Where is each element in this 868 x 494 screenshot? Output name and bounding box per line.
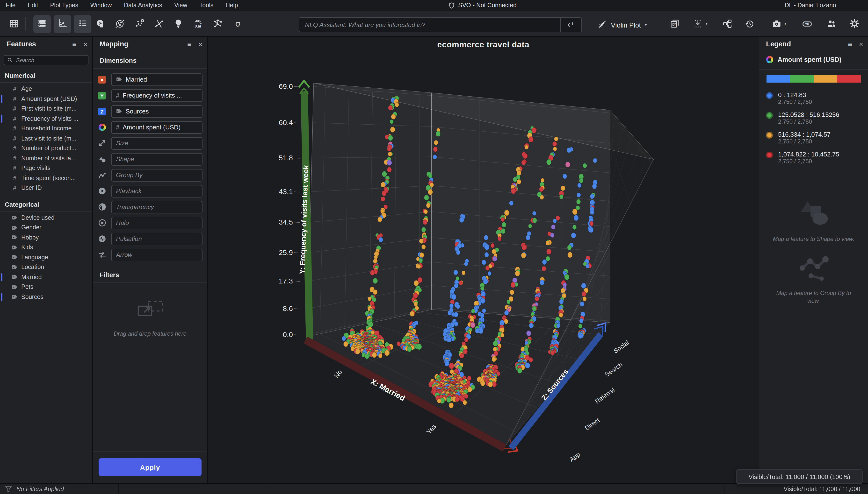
filters-icon — [5, 485, 12, 494]
menu-items: FileEditPlot TypesWindowData AnalyticsVi… — [0, 2, 238, 9]
mapping-panel-button[interactable] — [74, 15, 91, 33]
feature-item[interactable]: #Household Income ... — [0, 124, 92, 134]
feature-item[interactable]: Sources — [0, 292, 92, 302]
categorical-icon — [12, 294, 18, 300]
explainable-ai-icon[interactable]: Xai — [192, 17, 204, 30]
legend-bin[interactable]: 1,074.822 : 10,452.752,750 / 2,750 — [759, 148, 868, 168]
dimension-row-shape: Shape — [93, 151, 207, 167]
svg-text:XY: XY — [672, 22, 676, 26]
feature-item[interactable]: #Time spent (secon... — [0, 173, 92, 183]
menu-view[interactable]: View — [174, 2, 187, 9]
feature-item[interactable]: #Page visits — [0, 163, 92, 173]
svg-text:34.5: 34.5 — [279, 218, 293, 226]
dimension-value: Sources — [126, 108, 149, 115]
search-icon — [7, 56, 13, 64]
feature-item[interactable]: #Number of visits la... — [0, 153, 92, 163]
dimension-field-transparency[interactable]: Transparency — [111, 201, 203, 213]
svg-text:25.9: 25.9 — [279, 248, 293, 256]
plot-type-dropdown[interactable]: Violin Plot ▾ — [597, 17, 647, 32]
anomaly-detection-icon[interactable] — [133, 17, 146, 30]
dimension-field-arrow[interactable]: Arrow — [111, 248, 203, 261]
nlq-submit-button[interactable]: ↵ — [560, 18, 581, 32]
feature-label: Time spent (secon... — [21, 175, 76, 182]
dimension-field-x[interactable]: Married — [111, 73, 203, 86]
features-panel-button[interactable] — [33, 15, 51, 33]
dimension-field-shape[interactable]: Shape — [111, 153, 203, 165]
menu-tools[interactable]: Tools — [199, 2, 214, 9]
ai-assistant-icon[interactable] — [94, 17, 107, 30]
menu-help[interactable]: Help — [225, 2, 238, 9]
workflow-icon[interactable] — [721, 17, 734, 30]
history-icon[interactable] — [743, 17, 756, 30]
menu-plot-types[interactable]: Plot Types — [50, 2, 78, 9]
dimension-value: Shape — [116, 155, 134, 163]
feature-item[interactable]: #User ID — [0, 183, 92, 193]
export-caret-icon[interactable]: ▾ — [700, 17, 713, 30]
feature-item[interactable]: #Age — [0, 84, 92, 94]
size-icon — [93, 139, 111, 147]
legend-bin[interactable]: 0 : 124.832,750 / 2,750 — [759, 88, 868, 108]
filters-drop-zone[interactable]: Drag and drop features here — [93, 283, 207, 452]
dimension-field-group-by[interactable]: Group By — [111, 169, 203, 181]
plot-builder-button[interactable] — [54, 15, 71, 33]
feature-item[interactable]: #Amount spent (USD) — [0, 94, 92, 104]
feature-item[interactable]: #Last visit to site (m... — [0, 134, 92, 144]
feature-item[interactable]: Device used — [0, 213, 92, 223]
dimension-row-x: ×Married — [93, 72, 207, 88]
features-menu-icon[interactable]: ≡ — [72, 40, 77, 48]
screenshot-caret-icon[interactable]: ▾ — [779, 17, 792, 30]
mapping-menu-icon[interactable]: ≡ — [187, 40, 192, 48]
feature-item[interactable]: Pets — [0, 282, 92, 292]
plot-3d-viewport[interactable]: 69.060.451.843.134.525.917.38.60.0Y: Fre… — [208, 37, 759, 483]
features-search-input[interactable] — [15, 56, 85, 64]
dimension-field-playback[interactable]: Playback — [111, 185, 203, 197]
feature-item[interactable]: #Number of product... — [0, 144, 92, 153]
categorical-icon — [12, 245, 18, 250]
vr-mode-icon[interactable]: VR — [801, 17, 813, 30]
collaboration-icon[interactable] — [825, 17, 837, 30]
saved-plots-icon[interactable]: XY — [668, 17, 681, 30]
menu-edit[interactable]: Edit — [27, 2, 38, 9]
dimension-field-size[interactable]: Size — [111, 137, 203, 150]
nlq-input[interactable] — [299, 18, 560, 32]
legend-close-icon[interactable]: × — [859, 40, 863, 48]
dimension-field-z[interactable]: Sources — [111, 105, 203, 118]
connection-status-label: SVO - Not Connected — [458, 2, 517, 9]
dimension-field-pulsation[interactable]: Pulsation — [111, 232, 203, 245]
user-label[interactable]: DL - Daniel Lozano — [784, 0, 836, 11]
data-table-icon[interactable] — [8, 17, 20, 30]
apply-button[interactable]: Apply — [98, 458, 202, 476]
insights-bulb-icon[interactable] — [172, 17, 185, 30]
feature-item[interactable]: Kids — [0, 242, 92, 252]
mapping-close-icon[interactable]: × — [198, 40, 203, 48]
features-close-icon[interactable]: × — [83, 40, 88, 48]
feature-item[interactable]: Hobby — [0, 232, 92, 242]
feature-item[interactable]: Married — [0, 272, 92, 282]
plot-box — [307, 83, 653, 445]
menu-file[interactable]: File — [6, 2, 16, 9]
menu-window[interactable]: Window — [90, 2, 112, 9]
feature-label: Language — [21, 254, 48, 261]
statistics-sigma-icon[interactable]: σ — [232, 17, 244, 30]
feature-item[interactable]: Location — [0, 262, 92, 272]
menu-data-analytics[interactable]: Data Analytics — [124, 2, 162, 9]
dimension-field-color[interactable]: #Amount spent (USD) — [111, 121, 203, 134]
legend-menu-icon[interactable]: ≡ — [848, 40, 852, 48]
feature-item[interactable]: #Frequency of visits ... — [0, 114, 92, 124]
feature-item[interactable]: #First visit to site (m... — [0, 104, 92, 114]
categorical-icon — [12, 235, 18, 240]
legend-bin[interactable]: 516.334 : 1,074.572,750 / 2,750 — [759, 128, 868, 148]
feature-item[interactable]: Language — [0, 252, 92, 262]
legend-bin[interactable]: 125.0528 : 516.152562,750 / 2,750 — [759, 108, 868, 128]
pca-icon[interactable] — [153, 17, 165, 30]
settings-gear-icon[interactable] — [848, 17, 861, 30]
network-graph-icon[interactable] — [212, 17, 224, 30]
numerical-icon: # — [116, 92, 119, 99]
numerical-icon: # — [12, 125, 18, 132]
clustering-icon[interactable] — [114, 17, 126, 30]
feature-item[interactable]: Gender — [0, 223, 92, 232]
dimension-row-pulsation: Pulsation — [93, 231, 207, 247]
dimension-field-y[interactable]: #Frequency of visits ... — [111, 89, 203, 102]
toolbar-divider — [25, 17, 25, 31]
dimension-field-halo[interactable]: Halo — [111, 216, 203, 229]
